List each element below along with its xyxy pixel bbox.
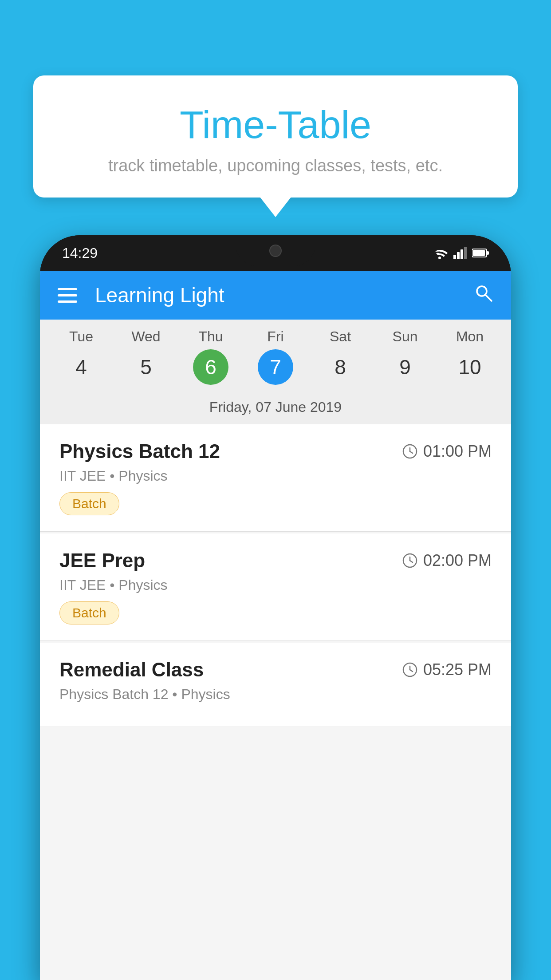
calendar-day-wed[interactable]: Wed5 <box>119 328 173 385</box>
svg-line-15 <box>410 561 413 562</box>
phone-screen: Learning Light Tue4Wed5Thu6Fri7Sat8Sun9M… <box>40 271 511 980</box>
signal-icon <box>453 247 467 259</box>
calendar-day-tue[interactable]: Tue4 <box>55 328 108 385</box>
event-list: Physics Batch 1201:00 PMIIT JEE • Physic… <box>40 424 511 727</box>
event-meta: IIT JEE • Physics <box>59 577 492 593</box>
event-title: JEE Prep <box>59 549 145 572</box>
event-meta: IIT JEE • Physics <box>59 468 492 484</box>
svg-line-9 <box>486 295 492 301</box>
batch-badge: Batch <box>59 601 119 624</box>
notch <box>236 235 315 266</box>
day-number: 6 <box>193 349 228 385</box>
days-row: Tue4Wed5Thu6Fri7Sat8Sun9Mon10 <box>40 328 511 385</box>
svg-rect-7 <box>487 251 489 255</box>
app-title: Learning Light <box>95 283 474 307</box>
day-number: 8 <box>323 349 358 385</box>
svg-line-18 <box>410 670 413 672</box>
day-number: 4 <box>63 349 99 385</box>
svg-point-8 <box>477 286 487 296</box>
calendar-day-thu[interactable]: Thu6 <box>184 328 237 385</box>
tooltip-card: Time-Table track timetable, upcoming cla… <box>33 75 518 198</box>
day-name: Fri <box>267 328 283 345</box>
svg-rect-2 <box>457 252 460 259</box>
tooltip-title: Time-Table <box>60 102 491 147</box>
svg-point-0 <box>438 257 441 259</box>
calendar-day-mon[interactable]: Mon10 <box>443 328 496 385</box>
svg-line-12 <box>410 451 413 453</box>
calendar-day-sun[interactable]: Sun9 <box>378 328 432 385</box>
day-number: 9 <box>387 349 423 385</box>
clock-icon <box>402 443 418 459</box>
selected-date-label: Friday, 07 June 2019 <box>40 392 511 424</box>
search-button[interactable] <box>474 283 493 308</box>
calendar-day-fri[interactable]: Fri7 <box>249 328 302 385</box>
event-time: 02:00 PM <box>402 551 492 570</box>
calendar-strip: Tue4Wed5Thu6Fri7Sat8Sun9Mon10 Friday, 07… <box>40 320 511 424</box>
day-name: Wed <box>131 328 160 345</box>
wifi-icon <box>431 247 448 259</box>
event-time: 05:25 PM <box>402 660 492 679</box>
svg-rect-6 <box>473 250 485 256</box>
svg-rect-4 <box>464 247 467 259</box>
day-name: Mon <box>456 328 484 345</box>
day-name: Sun <box>393 328 418 345</box>
event-card[interactable]: Remedial Class05:25 PMPhysics Batch 12 •… <box>40 643 511 727</box>
tooltip-subtitle: track timetable, upcoming classes, tests… <box>60 156 491 175</box>
status-bar: 14:29 <box>40 235 511 271</box>
day-name: Thu <box>198 328 223 345</box>
status-time: 14:29 <box>62 245 98 261</box>
app-bar: Learning Light <box>40 271 511 320</box>
event-title: Physics Batch 12 <box>59 440 220 462</box>
event-time-text: 02:00 PM <box>423 551 492 570</box>
event-header: Physics Batch 1201:00 PM <box>59 440 492 462</box>
day-name: Sat <box>330 328 351 345</box>
event-card[interactable]: JEE Prep02:00 PMIIT JEE • PhysicsBatch <box>40 533 511 641</box>
event-time-text: 05:25 PM <box>423 660 492 679</box>
event-time-text: 01:00 PM <box>423 442 492 461</box>
battery-icon <box>472 248 489 258</box>
event-header: JEE Prep02:00 PM <box>59 549 492 572</box>
day-number: 10 <box>452 349 488 385</box>
phone-mockup: 14:29 <box>40 235 511 980</box>
day-number: 7 <box>258 349 293 385</box>
batch-badge: Batch <box>59 492 119 515</box>
svg-rect-3 <box>460 249 463 259</box>
clock-icon <box>402 662 418 678</box>
event-meta: Physics Batch 12 • Physics <box>59 686 492 703</box>
camera <box>269 245 282 257</box>
status-icons <box>431 247 489 259</box>
day-number: 5 <box>128 349 164 385</box>
clock-icon <box>402 553 418 569</box>
svg-rect-1 <box>453 255 456 259</box>
event-card[interactable]: Physics Batch 1201:00 PMIIT JEE • Physic… <box>40 424 511 532</box>
calendar-day-sat[interactable]: Sat8 <box>314 328 367 385</box>
event-time: 01:00 PM <box>402 442 492 461</box>
day-name: Tue <box>69 328 93 345</box>
menu-icon[interactable] <box>58 288 77 303</box>
event-title: Remedial Class <box>59 659 204 681</box>
event-header: Remedial Class05:25 PM <box>59 659 492 681</box>
